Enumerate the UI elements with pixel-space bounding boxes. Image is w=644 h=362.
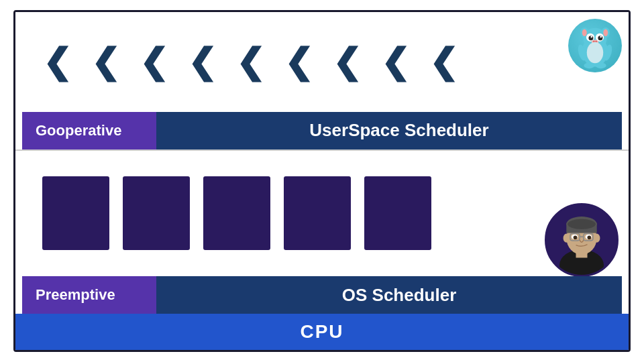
- thread-block-5: [364, 176, 431, 250]
- svg-point-31: [574, 235, 578, 239]
- userspace-bar: Gooperative UserSpace Scheduler: [22, 112, 622, 149]
- goroutines-row: ❯ ❯ ❯ ❯ ❯ ❯ ❯ ❯ ❯: [22, 19, 622, 112]
- preemptive-label: Preemptive: [22, 276, 156, 314]
- svg-point-27: [564, 234, 570, 243]
- threads-row: [22, 158, 622, 276]
- goroutine-2: ❯: [91, 44, 120, 79]
- os-scheduler-text: OS Scheduler: [156, 285, 622, 306]
- go-gopher-icon: [568, 19, 622, 72]
- os-section: Preemptive OS Scheduler: [15, 149, 629, 314]
- cpu-text: CPU: [300, 321, 343, 343]
- userspace-section: ❯ ❯ ❯ ❯ ❯ ❯ ❯ ❯ ❯: [15, 12, 629, 149]
- goroutine-3: ❯: [139, 44, 168, 79]
- svg-point-19: [596, 62, 606, 68]
- goroutine-1: ❯: [42, 44, 72, 79]
- svg-point-18: [584, 62, 594, 68]
- thread-block-3: [203, 176, 270, 250]
- svg-point-11: [600, 36, 602, 38]
- svg-rect-38: [581, 249, 584, 255]
- goroutine-7: ❯: [332, 44, 362, 79]
- gooperative-text: Gooperative: [36, 122, 121, 139]
- svg-rect-37: [577, 249, 580, 255]
- svg-point-10: [590, 36, 592, 38]
- thread-block-2: [123, 176, 190, 250]
- goroutine-5: ❯: [235, 44, 265, 79]
- svg-rect-39: [585, 249, 588, 255]
- svg-point-5: [603, 29, 608, 37]
- svg-point-26: [568, 219, 596, 229]
- goroutine-8: ❯: [380, 44, 410, 79]
- diagram-container: ❯ ❯ ❯ ❯ ❯ ❯ ❯ ❯ ❯: [13, 10, 631, 352]
- os-bar: Preemptive OS Scheduler: [22, 276, 622, 314]
- thread-block-4: [284, 176, 351, 250]
- goroutine-9: ❯: [429, 44, 458, 79]
- gooperative-label: Gooperative: [22, 112, 156, 149]
- svg-point-28: [594, 234, 600, 243]
- svg-point-17: [587, 42, 604, 64]
- svg-point-4: [582, 29, 587, 37]
- userspace-scheduler-text: UserSpace Scheduler: [156, 120, 622, 141]
- thread-block-1: [42, 176, 109, 250]
- linus-avatar: [545, 203, 619, 277]
- goroutine-4: ❯: [187, 44, 217, 79]
- cpu-bar: CPU: [15, 314, 629, 350]
- goroutine-6: ❯: [284, 44, 313, 79]
- svg-point-32: [588, 235, 592, 239]
- preemptive-text: Preemptive: [36, 286, 115, 304]
